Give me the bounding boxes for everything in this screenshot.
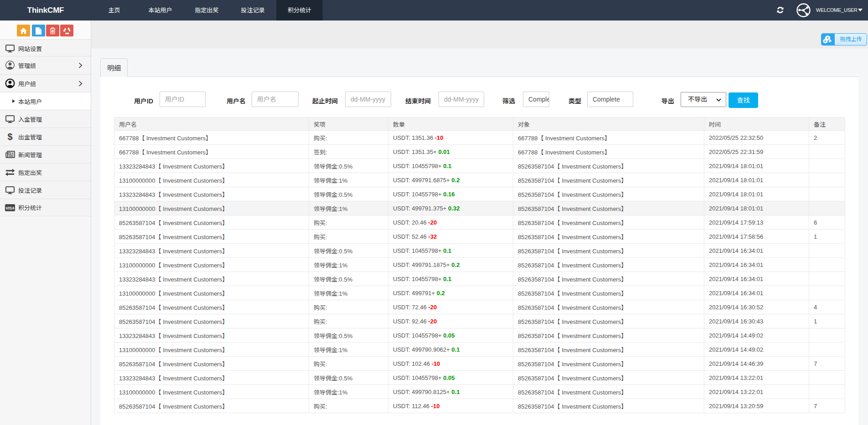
svg-text:VISA: VISA — [5, 206, 14, 210]
